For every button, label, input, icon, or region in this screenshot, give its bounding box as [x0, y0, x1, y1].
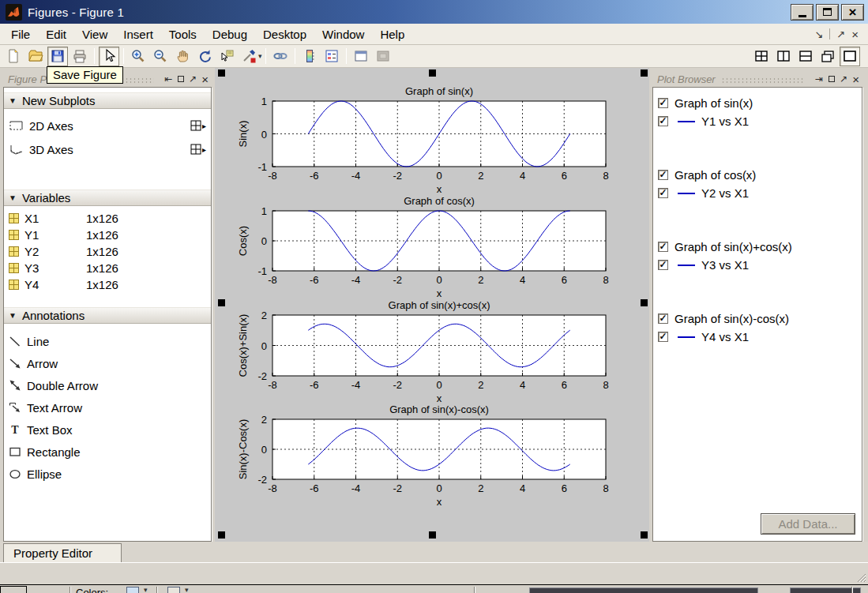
- layout-single-button[interactable]: [840, 47, 860, 66]
- selection-handle[interactable]: [641, 299, 648, 306]
- undock-figure-icon[interactable]: ↗: [836, 29, 845, 39]
- annotation-item-ellipse[interactable]: Ellipse: [4, 463, 211, 485]
- variable-row-y4[interactable]: Y4 1x126: [4, 276, 211, 293]
- checkbox-checked[interactable]: ✓: [658, 242, 668, 252]
- rotate3d-button[interactable]: [194, 47, 215, 66]
- palette-item-3d-axes[interactable]: 3D Axes ▸: [4, 137, 211, 161]
- link-plots-button[interactable]: [270, 47, 291, 66]
- menu-edit[interactable]: Edit: [38, 25, 74, 43]
- zoom-out-button[interactable]: [150, 47, 171, 66]
- maximize-button[interactable]: [816, 4, 839, 21]
- subplot-1[interactable]: -8-6-4-202468-101Graph of sin(x)xSin(x): [237, 85, 609, 195]
- minimize-button[interactable]: [791, 4, 814, 21]
- axes-checkbox-row[interactable]: ✓ Graph of sin(x): [658, 94, 862, 112]
- variable-row-y2[interactable]: Y2 1x126: [4, 243, 211, 260]
- variable-row-x1[interactable]: X1 1x126: [4, 210, 211, 227]
- variable-row-y3[interactable]: Y3 1x126: [4, 260, 211, 276]
- palette-item-2d-axes[interactable]: 2D Axes ▸: [4, 114, 211, 137]
- selection-handle[interactable]: [218, 299, 225, 306]
- hide-plot-tools-button[interactable]: [373, 47, 393, 66]
- menu-file[interactable]: File: [3, 25, 38, 43]
- open-file-button[interactable]: [25, 47, 46, 66]
- checkbox-checked[interactable]: ✓: [658, 116, 668, 126]
- dock-figure-icon[interactable]: ↘: [814, 29, 823, 39]
- restore-panel-icon[interactable]: [178, 76, 184, 82]
- layout-horizontal-split-button[interactable]: [795, 47, 816, 66]
- axes-checkbox-row[interactable]: ✓ Graph of sin(x)+cos(x): [658, 238, 862, 256]
- menu-desktop[interactable]: Desktop: [255, 25, 314, 43]
- pointer-tool-button[interactable]: [99, 47, 119, 66]
- brush-data-button[interactable]: [239, 47, 259, 66]
- print-button[interactable]: [70, 47, 90, 66]
- add-data-button[interactable]: Add Data...: [761, 513, 855, 535]
- subplot-2[interactable]: -8-6-4-202468-101Graph of cos(x)xCos(x): [237, 195, 609, 299]
- axes-checkbox-row[interactable]: ✓ Graph of sin(x)-cos(x): [658, 310, 862, 328]
- annotation-item-arrow[interactable]: Arrow: [4, 352, 211, 374]
- selection-handle[interactable]: [641, 531, 648, 539]
- subplot-grid-icon[interactable]: [190, 120, 201, 131]
- figure-canvas[interactable]: -8-6-4-202468-101Graph of sin(x)xSin(x)-…: [215, 68, 649, 542]
- insert-colorbar-button[interactable]: [299, 47, 320, 66]
- annotation-item-text-arrow[interactable]: Text Arrow: [4, 396, 211, 418]
- selection-handle[interactable]: [218, 531, 225, 539]
- dock-left-icon[interactable]: ⇤: [164, 74, 172, 84]
- checkbox-checked[interactable]: ✓: [658, 313, 668, 324]
- spacer: [4, 324, 211, 330]
- menu-help[interactable]: Help: [372, 25, 412, 43]
- annotation-item-rectangle[interactable]: Rectangle: [4, 441, 211, 463]
- restore-panel-icon[interactable]: [829, 76, 835, 82]
- selection-handle[interactable]: [429, 69, 436, 77]
- checkbox-checked[interactable]: ✓: [658, 170, 668, 180]
- annotation-item-line[interactable]: Line: [4, 330, 211, 352]
- brush-dropdown-arrow[interactable]: ▾: [258, 52, 262, 60]
- checkbox-checked[interactable]: ✓: [658, 188, 668, 198]
- save-figure-button[interactable]: [47, 47, 68, 66]
- annotation-item-double-arrow[interactable]: Double Arrow: [4, 374, 211, 396]
- insert-legend-button[interactable]: [321, 47, 342, 66]
- section-variables[interactable]: ▼ Variables: [4, 190, 211, 206]
- close-panel-icon[interactable]: ×: [852, 73, 859, 85]
- close-panel-icon[interactable]: ×: [201, 73, 209, 85]
- menu-tools[interactable]: Tools: [161, 25, 205, 43]
- dock-right-icon[interactable]: ⇥: [815, 74, 823, 84]
- checkbox-checked[interactable]: ✓: [658, 98, 668, 108]
- layout-grid-button[interactable]: [751, 47, 772, 66]
- 3d-axes-icon: [9, 144, 24, 156]
- close-button[interactable]: ×: [841, 4, 864, 21]
- menu-window[interactable]: Window: [314, 25, 372, 43]
- menu-debug[interactable]: Debug: [205, 25, 255, 43]
- section-annotations[interactable]: ▼ Annotations: [4, 307, 211, 324]
- selection-handle[interactable]: [429, 531, 436, 539]
- undock-panel-icon[interactable]: ↗: [189, 74, 197, 84]
- zoom-in-button[interactable]: [128, 47, 148, 66]
- checkbox-checked[interactable]: ✓: [658, 260, 668, 270]
- subplot-4[interactable]: -8-6-4-202468-202Graph of sin(x)-cos(x)x…: [237, 403, 609, 508]
- annotation-item-text-box[interactable]: T Text Box: [4, 418, 211, 441]
- data-cursor-button[interactable]: [216, 47, 237, 66]
- axes-checkbox-row[interactable]: ✓ Graph of cos(x): [658, 166, 862, 184]
- selection-handle[interactable]: [641, 69, 648, 77]
- close-figure-icon[interactable]: ×: [851, 28, 859, 40]
- layout-vertical-split-button[interactable]: [773, 47, 794, 66]
- new-figure-button[interactable]: [3, 47, 24, 66]
- series-checkbox-row[interactable]: ✓ Y1 vs X1: [658, 112, 862, 130]
- variable-row-y1[interactable]: Y1 1x126: [4, 227, 211, 243]
- pan-button[interactable]: [172, 47, 193, 66]
- subplot-3[interactable]: -8-6-4-202468-202Graph of sin(x)+cos(x)x…: [237, 299, 609, 404]
- close-icon: ×: [849, 6, 857, 19]
- menu-insert[interactable]: Insert: [115, 25, 161, 43]
- undock-panel-icon[interactable]: ↗: [840, 74, 847, 84]
- property-editor-tab[interactable]: Property Editor: [3, 543, 122, 562]
- series-checkbox-row[interactable]: ✓ Y4 vs X1: [658, 328, 862, 346]
- layout-cascade-button[interactable]: [817, 47, 838, 66]
- subplots-svg[interactable]: -8-6-4-202468-101Graph of sin(x)xSin(x)-…: [215, 68, 649, 542]
- series-checkbox-row[interactable]: ✓ Y2 vs X1: [658, 184, 862, 202]
- menu-view[interactable]: View: [74, 25, 115, 43]
- show-plot-tools-button[interactable]: [351, 47, 371, 66]
- resize-grip[interactable]: [855, 572, 866, 583]
- section-new-subplots[interactable]: ▼ New Subplots: [4, 92, 211, 109]
- series-checkbox-row[interactable]: ✓ Y3 vs X1: [658, 256, 862, 274]
- selection-handle[interactable]: [218, 69, 225, 77]
- subplot-grid-icon[interactable]: [190, 144, 201, 155]
- checkbox-checked[interactable]: ✓: [658, 332, 668, 342]
